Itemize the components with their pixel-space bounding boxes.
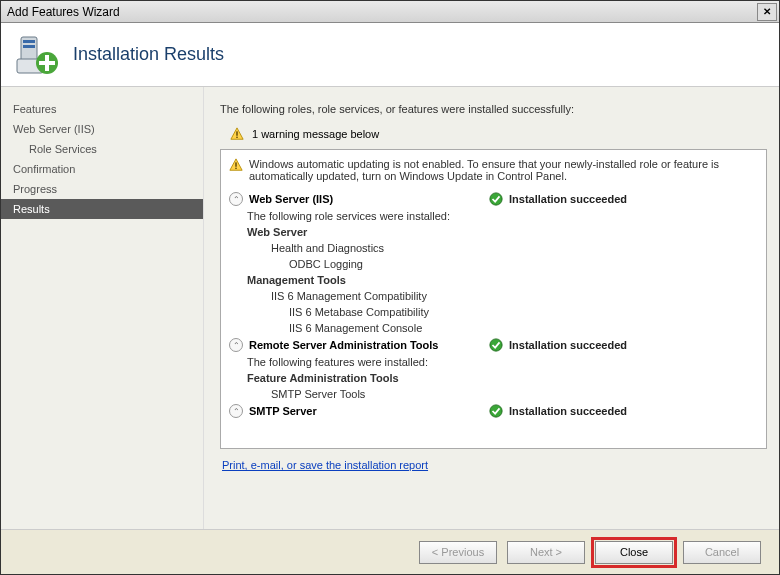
- update-notice: Windows automatic updating is not enable…: [229, 156, 758, 190]
- list-item: SMTP Server Tools: [229, 386, 758, 402]
- sidebar-item-web-server-iis-[interactable]: Web Server (IIS): [1, 119, 203, 139]
- success-icon: [489, 192, 503, 206]
- next-button: Next >: [507, 541, 585, 564]
- sidebar-item-results[interactable]: Results: [1, 199, 203, 219]
- group-title: Feature Administration Tools: [229, 370, 758, 386]
- group-title: Management Tools: [229, 272, 758, 288]
- titlebar: Add Features Wizard ✕: [1, 1, 779, 23]
- status-text: Installation succeeded: [509, 405, 627, 417]
- svg-rect-8: [236, 131, 237, 135]
- update-notice-text: Windows automatic updating is not enable…: [249, 158, 758, 182]
- svg-rect-11: [235, 162, 236, 166]
- svg-point-13: [490, 193, 502, 205]
- svg-rect-6: [39, 61, 55, 65]
- sidebar-item-progress[interactable]: Progress: [1, 179, 203, 199]
- window-close-button[interactable]: ✕: [757, 3, 777, 21]
- status-badge: Installation succeeded: [489, 404, 627, 418]
- collapse-icon[interactable]: ⌃: [229, 338, 243, 352]
- warning-summary-row: 1 warning message below: [220, 123, 767, 149]
- group-title: Web Server: [229, 224, 758, 240]
- cancel-button: Cancel: [683, 541, 761, 564]
- svg-point-15: [490, 405, 502, 417]
- svg-rect-2: [23, 45, 35, 48]
- sidebar: FeaturesWeb Server (IIS)Role ServicesCon…: [1, 87, 204, 529]
- svg-rect-9: [236, 137, 237, 138]
- content: FeaturesWeb Server (IIS)Role ServicesCon…: [1, 87, 779, 530]
- section-title: Web Server (IIS): [249, 193, 489, 205]
- sidebar-item-role-services[interactable]: Role Services: [1, 139, 203, 159]
- main-panel: The following roles, role services, or f…: [204, 87, 779, 529]
- list-item: IIS 6 Management Compatibility: [229, 288, 758, 304]
- sidebar-item-confirmation[interactable]: Confirmation: [1, 159, 203, 179]
- page-title: Installation Results: [73, 44, 224, 65]
- close-button[interactable]: Close: [595, 541, 673, 564]
- warning-summary-text: 1 warning message below: [252, 128, 379, 140]
- success-icon: [489, 338, 503, 352]
- header: Installation Results: [1, 23, 779, 87]
- wizard-icon: [15, 33, 59, 77]
- section-header: ⌃SMTP ServerInstallation succeeded: [229, 402, 758, 420]
- window-title: Add Features Wizard: [7, 5, 120, 19]
- button-bar: < Previous Next > Close Cancel: [1, 530, 779, 574]
- section-header: ⌃Remote Server Administration ToolsInsta…: [229, 336, 758, 354]
- collapse-icon[interactable]: ⌃: [229, 192, 243, 206]
- status-text: Installation succeeded: [509, 193, 627, 205]
- status-text: Installation succeeded: [509, 339, 627, 351]
- section-subtitle: The following role services were install…: [229, 208, 758, 224]
- sidebar-item-features[interactable]: Features: [1, 99, 203, 119]
- status-badge: Installation succeeded: [489, 192, 627, 206]
- warning-icon: [229, 158, 243, 172]
- list-item: Health and Diagnostics: [229, 240, 758, 256]
- warning-icon: [230, 127, 244, 141]
- section-title: SMTP Server: [249, 405, 489, 417]
- success-icon: [489, 404, 503, 418]
- svg-rect-12: [235, 168, 236, 169]
- collapse-icon[interactable]: ⌃: [229, 404, 243, 418]
- list-item: ODBC Logging: [229, 256, 758, 272]
- section-header: ⌃Web Server (IIS)Installation succeeded: [229, 190, 758, 208]
- results-list[interactable]: Windows automatic updating is not enable…: [220, 149, 767, 449]
- list-item: IIS 6 Management Console: [229, 320, 758, 336]
- section-subtitle: The following features were installed:: [229, 354, 758, 370]
- svg-point-14: [490, 339, 502, 351]
- close-icon: ✕: [763, 6, 771, 17]
- previous-button: < Previous: [419, 541, 497, 564]
- report-link[interactable]: Print, e-mail, or save the installation …: [220, 449, 767, 481]
- list-item: IIS 6 Metabase Compatibility: [229, 304, 758, 320]
- intro-text: The following roles, role services, or f…: [220, 103, 767, 115]
- section-title: Remote Server Administration Tools: [249, 339, 489, 351]
- svg-rect-1: [23, 40, 35, 43]
- status-badge: Installation succeeded: [489, 338, 627, 352]
